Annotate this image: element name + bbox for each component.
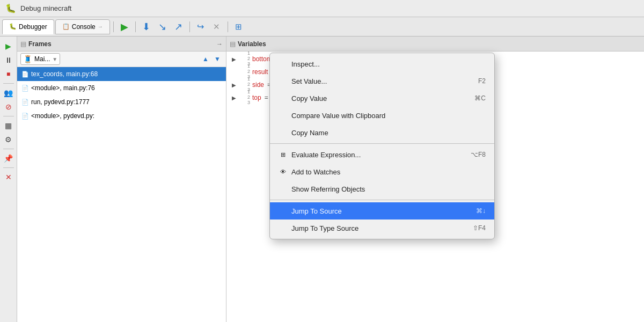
ctx-jumpsource-icon <box>279 207 287 215</box>
ctx-inspect-icon <box>279 60 287 68</box>
frames-panel-title: Frames <box>28 40 52 48</box>
main-area: ▶ ⏸ ■ 👥 ⊘ ▦ ⚙ 📌 ✕ ▤ Frames → 🧵 Mai... <box>0 36 644 322</box>
frame-1-name: <module>, main.py:76 <box>31 84 95 92</box>
thread-icon: 🧵 <box>23 55 32 63</box>
frame-1-icon: 📄 <box>21 85 29 92</box>
sidebar-close-btn[interactable]: ✕ <box>2 171 15 184</box>
ctx-jumpsource-label: Jump To Source <box>291 207 342 215</box>
variables-panel-header: ▤ Variables <box>226 36 644 52</box>
frame-3-icon: 📄 <box>21 113 29 120</box>
ctx-evaluate[interactable]: ⊞ Evaluate Expression... ⌥F8 <box>270 146 494 163</box>
debugger-tab-icon: 🐛 <box>9 23 17 30</box>
sidebar-pause-btn[interactable]: ⏸ <box>2 54 15 67</box>
variables-panel-title: Variables <box>238 40 266 48</box>
ctx-jump-type[interactable]: Jump To Type Source ⇧F4 <box>270 219 494 237</box>
step-into-button[interactable]: ↘ <box>155 19 170 34</box>
ctx-jumptype-label: Jump To Type Source <box>291 224 358 232</box>
ctx-inspect-label: Inspect... <box>291 60 320 68</box>
title-text: Debug minecraft <box>20 4 71 12</box>
sidebar-layout-btn[interactable]: ▦ <box>2 119 15 132</box>
ctx-copyname-icon <box>279 128 287 137</box>
ctx-evaluate-label: Evaluate Expression... <box>291 151 361 159</box>
frame-item-3[interactable]: 📄 <module>, pydevd.py: <box>17 109 226 123</box>
ctx-show-referring[interactable]: Show Referring Objects <box>270 180 494 197</box>
console-pin-icon: → <box>98 24 103 30</box>
var-top-equals: = <box>265 94 268 101</box>
ctx-copyvalue-label: Copy Value <box>291 94 327 103</box>
frame-down-btn[interactable]: ▼ <box>212 54 223 64</box>
var-top-expand[interactable]: ▶ <box>231 94 237 101</box>
frames-panel-header: ▤ Frames → <box>17 36 226 52</box>
sidebar-no-btn[interactable]: ⊘ <box>2 100 15 113</box>
step-over-button[interactable]: ⬇ <box>139 19 154 34</box>
ctx-add-watches[interactable]: 👁 Add to Watches <box>270 163 494 180</box>
frame-nav-buttons: ▲ ▼ <box>200 54 223 64</box>
debug-icon: 🐛 <box>5 3 16 13</box>
ctx-inspect[interactable]: Inspect... <box>270 55 494 72</box>
ctx-referring-icon <box>279 185 287 193</box>
tab-debugger-label: Debugger <box>19 23 47 31</box>
ctx-jump-source[interactable]: Jump To Source ⌘↓ <box>270 202 494 219</box>
left-sidebar: ▶ ⏸ ■ 👥 ⊘ ▦ ⚙ 📌 ✕ <box>0 36 17 322</box>
sidebar-div-1 <box>3 83 14 84</box>
toolbar-sep-3 <box>189 21 190 32</box>
ctx-compare-icon <box>279 111 287 120</box>
frames-panel: ▤ Frames → 🧵 Mai... ▼ ▲ ▼ 📄 <box>17 36 226 322</box>
ctx-setvalue-shortcut: F2 <box>478 77 486 85</box>
context-menu: Inspect... Set Value... F2 Copy Value ⌘C… <box>269 53 495 239</box>
tab-console[interactable]: 📋 Console → <box>55 19 110 34</box>
view-table-button[interactable]: ⊞ <box>231 19 246 34</box>
var-top-name: top <box>252 94 261 101</box>
step-out-button[interactable]: ↗ <box>171 19 186 34</box>
toolbar-sep-1 <box>113 21 114 32</box>
frame-up-btn[interactable]: ▲ <box>200 54 211 64</box>
run-cursor-button[interactable]: ↪ <box>193 19 208 34</box>
sidebar-div-2 <box>3 116 14 116</box>
tab-debugger[interactable]: 🐛 Debugger <box>2 19 54 34</box>
frames-panel-pin[interactable]: → <box>216 40 223 48</box>
var-side-name: side <box>252 81 264 89</box>
ctx-compare-value[interactable]: Compare Value with Clipboard <box>270 107 494 124</box>
sidebar-persons-btn[interactable]: 👥 <box>2 86 15 99</box>
toolbar-sep-4 <box>228 21 228 32</box>
frame-item-2[interactable]: 📄 run, pydevd.py:1777 <box>17 95 226 109</box>
frames-header-icon: ▤ <box>20 40 26 48</box>
frame-item-0[interactable]: 📄 tex_coords, main.py:68 <box>17 67 226 81</box>
var-side-expand[interactable]: ▶ <box>231 82 237 88</box>
sidebar-div-3 <box>3 149 14 149</box>
title-bar: 🐛 Debug minecraft <box>0 0 644 17</box>
sidebar-stop-btn[interactable]: ■ <box>2 68 15 80</box>
ctx-divider-1 <box>270 143 494 144</box>
sidebar-settings-btn[interactable]: ⚙ <box>2 133 15 146</box>
ctx-setvalue-label: Set Value... <box>291 77 327 85</box>
thread-bar: 🧵 Mai... ▼ ▲ ▼ <box>17 52 226 67</box>
frame-item-1[interactable]: 📄 <module>, main.py:76 <box>17 81 226 95</box>
tab-bar: 🐛 Debugger 📋 Console → ▶ ⬇ ↘ ↗ ↪ ✕ ⊞ <box>0 17 644 36</box>
resume-button[interactable]: ▶ <box>117 19 132 34</box>
mute-breakpoints-button[interactable]: ✕ <box>209 19 224 34</box>
variables-panel: ▤ Variables ▶ 123 bottom = (tuple) (0.0,… <box>226 36 644 322</box>
thread-selector[interactable]: 🧵 Mai... ▼ <box>20 53 60 65</box>
ctx-jumptype-shortcut: ⇧F4 <box>473 224 486 232</box>
sidebar-pin-btn[interactable]: 📌 <box>2 152 15 165</box>
console-tab-icon: 📋 <box>62 23 70 30</box>
ctx-copyvalue-icon <box>279 94 287 103</box>
var-bottom-expand[interactable]: ▶ <box>231 56 237 62</box>
ctx-referring-label: Show Referring Objects <box>291 185 365 193</box>
ctx-watches-icon: 👁 <box>279 167 287 176</box>
ctx-jumpsource-shortcut: ⌘↓ <box>476 207 486 215</box>
ctx-set-value[interactable]: Set Value... F2 <box>270 72 494 90</box>
ctx-copy-value[interactable]: Copy Value ⌘C <box>270 90 494 107</box>
frame-0-name: tex_coords, main.py:68 <box>31 70 98 78</box>
ctx-divider-2 <box>270 200 494 200</box>
ctx-evaluate-shortcut: ⌥F8 <box>471 151 486 158</box>
frame-0-icon: 📄 <box>21 71 29 78</box>
sidebar-resume-btn[interactable]: ▶ <box>2 40 15 53</box>
sidebar-div-4 <box>3 167 14 168</box>
tab-console-label: Console <box>72 23 96 31</box>
ctx-copyname-label: Copy Name <box>291 129 328 137</box>
ctx-copy-name[interactable]: Copy Name <box>270 124 494 141</box>
ctx-jumptype-icon <box>279 224 287 232</box>
ctx-compare-label: Compare Value with Clipboard <box>291 112 385 120</box>
thread-label: Mai... <box>34 55 50 63</box>
